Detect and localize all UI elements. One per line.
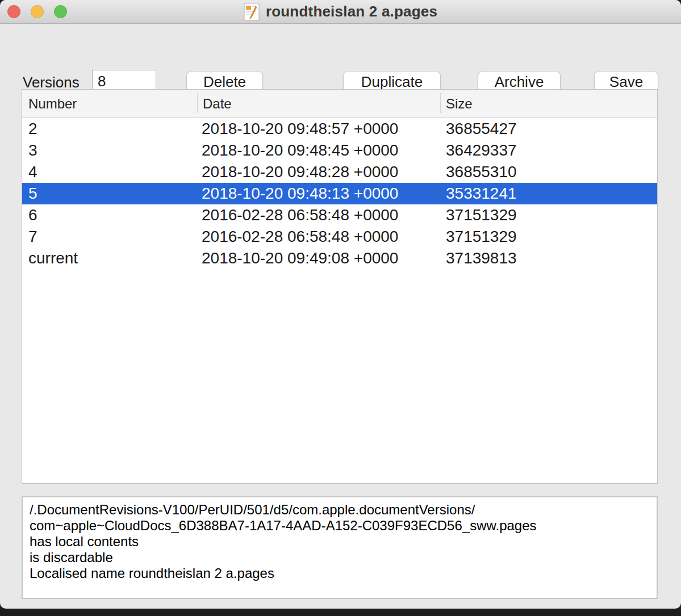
- cell-date: 2018-10-20 09:49:08 +0000: [197, 248, 440, 269]
- column-header-date[interactable]: Date: [197, 90, 440, 118]
- file-info-panel[interactable]: /.DocumentRevisions-V100/PerUID/501/d5/c…: [22, 496, 658, 599]
- cell-number: 6: [22, 204, 197, 226]
- pages-document-icon[interactable]: [244, 3, 260, 21]
- versions-table: Number Date Size 2 2018-10-20 09:48:57 +…: [22, 89, 658, 484]
- zoom-button[interactable]: [54, 5, 67, 18]
- cell-number: 5: [22, 183, 197, 204]
- cell-date: 2016-02-28 06:58:48 +0000: [197, 226, 440, 248]
- table-body: 2 2018-10-20 09:48:57 +0000 36855427 3 2…: [22, 118, 657, 269]
- cell-size: 37151329: [440, 204, 657, 226]
- cell-date: 2018-10-20 09:48:13 +0000: [197, 183, 440, 204]
- minimize-button[interactable]: [31, 5, 44, 18]
- cell-number: 7: [22, 226, 197, 248]
- table-row[interactable]: 6 2016-02-28 06:58:48 +0000 37151329: [22, 204, 657, 226]
- info-line-contents: has local contents: [30, 534, 650, 550]
- toolbar: Versions Delete Duplicate Archive Save: [0, 24, 681, 90]
- column-header-number[interactable]: Number: [22, 90, 197, 118]
- cell-size: 37151329: [440, 226, 657, 248]
- info-line-path2: com~apple~CloudDocs_6D388BA7-1A17-4AAD-A…: [30, 518, 650, 534]
- table-row-selected[interactable]: 5 2018-10-20 09:48:13 +0000 35331241: [22, 183, 657, 204]
- column-header-size[interactable]: Size: [440, 90, 657, 118]
- cell-date: 2018-10-20 09:48:45 +0000: [197, 140, 440, 161]
- table-header: Number Date Size: [22, 90, 657, 118]
- table-row[interactable]: 7 2016-02-28 06:58:48 +0000 37151329: [22, 226, 657, 248]
- table-row[interactable]: 2 2018-10-20 09:48:57 +0000 36855427: [22, 118, 657, 140]
- cell-number: 2: [22, 118, 197, 140]
- table-row[interactable]: 3 2018-10-20 09:48:45 +0000 36429337: [22, 140, 657, 161]
- window-title: roundtheislan 2 a.pages: [266, 3, 437, 20]
- versions-window: roundtheislan 2 a.pages Versions Delete …: [0, 0, 681, 609]
- cell-size: 35331241: [440, 183, 657, 204]
- cell-number: current: [22, 248, 197, 269]
- close-button[interactable]: [7, 5, 20, 18]
- cell-date: 2018-10-20 09:48:28 +0000: [197, 161, 440, 183]
- cell-date: 2016-02-28 06:58:48 +0000: [197, 204, 440, 226]
- traffic-lights: [7, 5, 67, 18]
- info-line-discard: is discardable: [30, 550, 650, 565]
- cell-size: 36429337: [440, 140, 657, 161]
- cell-number: 3: [22, 140, 197, 161]
- desktop-backdrop: [0, 609, 681, 616]
- cell-date: 2018-10-20 09:48:57 +0000: [197, 118, 440, 140]
- info-line-path1: /.DocumentRevisions-V100/PerUID/501/d5/c…: [30, 502, 650, 518]
- cell-number: 4: [22, 161, 197, 183]
- title-group: roundtheislan 2 a.pages: [244, 3, 437, 21]
- cell-size: 37139813: [440, 248, 657, 269]
- cell-size: 36855310: [440, 161, 657, 183]
- table-row[interactable]: 4 2018-10-20 09:48:28 +0000 36855310: [22, 161, 657, 183]
- cell-size: 36855427: [440, 118, 657, 140]
- table-row[interactable]: current 2018-10-20 09:49:08 +0000 371398…: [22, 248, 657, 269]
- title-bar[interactable]: roundtheislan 2 a.pages: [0, 0, 681, 24]
- info-line-localised: Localised name roundtheislan 2 a.pages: [30, 565, 650, 581]
